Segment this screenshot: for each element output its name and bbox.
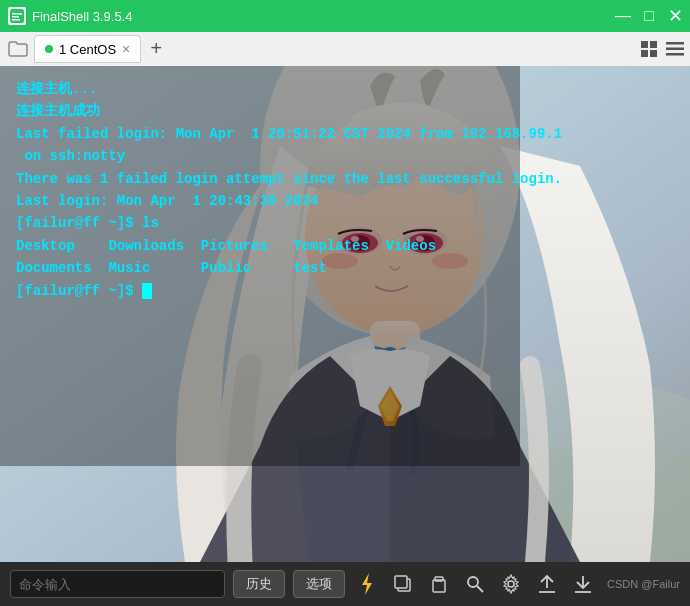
svg-point-33 [468,577,478,587]
svg-rect-30 [395,576,407,588]
close-button[interactable]: ✕ [668,9,682,23]
command-input[interactable] [10,570,225,598]
tab-centos[interactable]: 1 CentOS × [34,35,141,63]
main-area: 连接主机... 连接主机成功 Last failed login: Mon Ap… [0,66,690,562]
folder-icon[interactable] [4,35,32,63]
svg-line-34 [477,586,483,592]
term-line-7: [failur@ff ~]$ ls [16,212,674,234]
grid-view-icon[interactable] [638,38,660,60]
svg-rect-8 [666,42,684,45]
svg-rect-9 [666,48,684,51]
titlebar: FinalShell 3.9.5.4 — □ ✕ [0,0,690,32]
lightning-icon[interactable] [353,570,381,598]
term-line-4: on ssh:notty [16,145,674,167]
term-prompt: [failur@ff ~]$ [16,280,674,302]
tab-label: 1 CentOS [59,42,116,57]
app-title: FinalShell 3.9.5.4 [32,9,132,24]
svg-rect-32 [435,577,443,581]
history-button[interactable]: 历史 [233,570,285,598]
upload-icon[interactable] [533,570,561,598]
minimize-button[interactable]: — [616,9,630,23]
svg-rect-6 [641,50,648,57]
download-icon[interactable] [569,570,597,598]
svg-rect-5 [650,41,657,48]
terminal-output: 连接主机... 连接主机成功 Last failed login: Mon Ap… [0,66,690,562]
menu-icon[interactable] [664,38,686,60]
svg-point-35 [508,581,514,587]
csdn-label: CSDN @Failur [607,578,680,590]
svg-rect-3 [12,19,20,21]
svg-rect-2 [12,16,19,18]
options-button[interactable]: 选项 [293,570,345,598]
svg-rect-31 [433,580,445,592]
settings-icon[interactable] [497,570,525,598]
svg-rect-1 [12,13,22,15]
bottombar: 历史 选项 [0,562,690,606]
titlebar-controls: — □ ✕ [616,9,682,23]
svg-rect-10 [666,53,684,56]
paste-icon[interactable] [425,570,453,598]
tab-status-dot [45,45,53,53]
app-icon [8,7,26,25]
term-line-1: 连接主机... [16,78,674,100]
term-line-5: There was 1 failed login attempt since t… [16,168,674,190]
term-line-8: Desktop Downloads Pictures Templates Vid… [16,235,674,257]
search-icon[interactable] [461,570,489,598]
svg-rect-4 [641,41,648,48]
term-line-3: Last failed login: Mon Apr 1 20:51:22 CS… [16,123,674,145]
tab-right-icons [638,38,686,60]
term-line-6: Last login: Mon Apr 1 20:43:30 2024 [16,190,674,212]
term-line-2: 连接主机成功 [16,100,674,122]
term-line-9: Documents Music Public test [16,257,674,279]
titlebar-left: FinalShell 3.9.5.4 [8,7,132,25]
tabbar: 1 CentOS × + [0,32,690,66]
cursor [142,283,152,299]
maximize-button[interactable]: □ [642,9,656,23]
copy-icon[interactable] [389,570,417,598]
svg-rect-7 [650,50,657,57]
tab-close-icon[interactable]: × [122,41,130,57]
new-tab-button[interactable]: + [143,36,169,62]
